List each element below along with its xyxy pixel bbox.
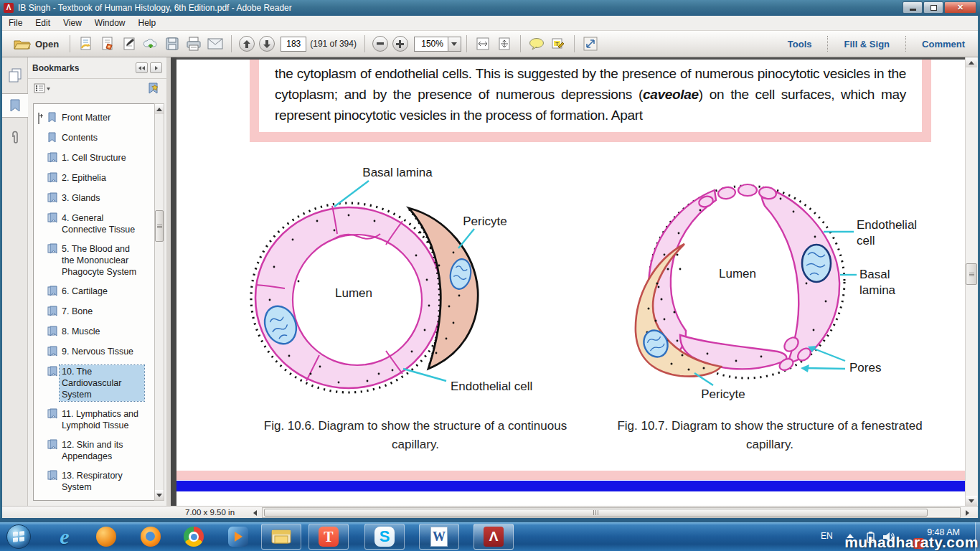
bookmark-item[interactable]: 7. Bone: [38, 305, 159, 319]
taskbar-item-gom-player[interactable]: [92, 524, 121, 550]
comment-button[interactable]: Comment: [915, 36, 972, 52]
bookmark-label[interactable]: Front Matter: [60, 111, 113, 124]
bookmark-label[interactable]: 3. Glands: [60, 192, 103, 204]
scrollbar-thumb[interactable]: [155, 210, 164, 242]
language-indicator[interactable]: EN: [821, 531, 833, 541]
start-button[interactable]: [4, 524, 33, 550]
menu-window[interactable]: Window: [88, 16, 132, 30]
menu-file[interactable]: File: [2, 16, 29, 30]
fill-sign-button[interactable]: Fill & Sign: [837, 36, 897, 52]
panel-splitter-bar[interactable]: [171, 57, 176, 506]
horizontal-scrollbar[interactable]: [262, 507, 961, 518]
scrollbar-thumb[interactable]: [264, 509, 928, 517]
bookmark-label[interactable]: 11. Lymphatics and Lymphoid Tissue: [60, 408, 144, 432]
bookmark-icon: [47, 112, 60, 125]
scroll-up-button[interactable]: [966, 57, 977, 67]
bookmark-label[interactable]: 10. The Cardiovascular System: [60, 365, 144, 401]
taskbar-item-internet-explorer[interactable]: e: [50, 524, 79, 550]
show-desktop-button[interactable]: [975, 522, 980, 551]
zoom-level-value[interactable]: 150%: [414, 37, 448, 52]
close-button[interactable]: ✕: [944, 1, 976, 14]
taskbar-item-firefox[interactable]: [136, 524, 165, 550]
bookmark-item[interactable]: Contents: [38, 131, 159, 145]
scroll-left-button[interactable]: [250, 508, 260, 517]
scroll-up-button[interactable]: [155, 104, 164, 114]
open-button-label: Open: [35, 39, 59, 50]
save-icon[interactable]: [164, 35, 181, 52]
vertical-scrollbar[interactable]: [965, 57, 978, 506]
highlight-text-icon[interactable]: T: [550, 35, 567, 52]
taskbar-item-tango[interactable]: T: [308, 524, 349, 550]
export-pdf-icon[interactable]: [77, 35, 95, 52]
bookmark-label[interactable]: 9. Nervous Tissue: [60, 345, 136, 358]
menu-view[interactable]: View: [57, 16, 88, 30]
bookmark-item[interactable]: 5. The Blood and the Mononuclear Phagocy…: [38, 242, 159, 278]
bookmark-item[interactable]: 4. General Connective Tissue: [38, 212, 159, 236]
bookmark-label[interactable]: 2. Epithelia: [60, 171, 108, 184]
restore-button[interactable]: [923, 1, 943, 14]
expander-icon[interactable]: [38, 113, 47, 123]
taskbar-item-file-explorer[interactable]: [261, 524, 301, 550]
page-divider-pink-bar: [176, 471, 965, 480]
taskbar-item-skype[interactable]: S: [364, 524, 405, 550]
bookmark-item[interactable]: 1. Cell Structure: [38, 151, 159, 165]
bookmark-label[interactable]: 12. Skin and its Appendages: [60, 438, 144, 463]
bookmark-label[interactable]: 1. Cell Structure: [60, 151, 128, 164]
bookmark-icon: [47, 172, 60, 185]
print-icon[interactable]: [185, 35, 202, 52]
bookmark-item[interactable]: 8. Muscle: [38, 325, 159, 339]
page-thumbnails-tab[interactable]: [2, 63, 28, 88]
bookmark-item[interactable]: 9. Nervous Tissue: [38, 345, 159, 359]
fit-width-icon[interactable]: [474, 35, 491, 52]
previous-page-button[interactable]: [239, 36, 255, 52]
fit-page-icon[interactable]: [496, 35, 513, 52]
bookmark-item[interactable]: Front Matter: [38, 111, 159, 125]
scroll-right-button[interactable]: [962, 508, 972, 517]
bookmark-item[interactable]: 13. Respiratory System: [38, 469, 159, 494]
bookmark-options-button[interactable]: [34, 83, 51, 96]
scroll-down-button[interactable]: [155, 490, 164, 500]
bookmark-label[interactable]: 7. Bone: [60, 305, 95, 318]
bookmark-item[interactable]: 12. Skin and its Appendages: [38, 438, 159, 463]
zoom-dropdown-button[interactable]: [448, 37, 461, 52]
fullscreen-icon[interactable]: [582, 35, 599, 52]
taskbar-item-adobe-reader[interactable]: Λ: [473, 524, 514, 550]
bookmarks-scrollbar[interactable]: [154, 103, 164, 501]
bookmark-label[interactable]: 8. Muscle: [60, 325, 103, 338]
bookmark-item[interactable]: 11. Lymphatics and Lymphoid Tissue: [38, 408, 159, 432]
bookmark-label[interactable]: Contents: [60, 131, 100, 144]
bookmark-label[interactable]: 6. Cartilage: [60, 285, 110, 298]
menu-edit[interactable]: Edit: [29, 16, 57, 30]
bookmark-item-selected[interactable]: 10. The Cardiovascular System: [38, 365, 159, 401]
minimize-button[interactable]: [903, 1, 923, 14]
comment-bubble-icon[interactable]: [528, 35, 545, 52]
menu-help[interactable]: Help: [132, 16, 163, 30]
convert-file-icon[interactable]: [99, 35, 116, 52]
bookmark-item[interactable]: 2. Epithelia: [38, 171, 159, 185]
page-number-input[interactable]: [281, 37, 306, 52]
scrollbar-thumb[interactable]: [966, 263, 977, 285]
bookmark-label[interactable]: 13. Respiratory System: [60, 469, 144, 494]
cloud-upload-icon[interactable]: [142, 35, 159, 52]
toolbar-separator: [520, 35, 521, 52]
taskbar-item-chrome[interactable]: [179, 524, 208, 550]
bookmarks-tab[interactable]: [2, 93, 28, 118]
expand-panel-button[interactable]: [150, 62, 162, 73]
attachments-tab[interactable]: [2, 126, 28, 151]
open-button[interactable]: Open: [8, 36, 65, 52]
bookmark-label[interactable]: 4. General Connective Tissue: [60, 212, 144, 236]
next-page-button[interactable]: [259, 36, 275, 52]
collapse-panel-button[interactable]: [136, 62, 148, 73]
bookmark-item[interactable]: 6. Cartilage: [38, 285, 159, 298]
tools-button[interactable]: Tools: [781, 36, 819, 52]
zoom-in-button[interactable]: [392, 36, 408, 52]
zoom-out-button[interactable]: [372, 36, 388, 52]
new-bookmark-button[interactable]: [146, 83, 161, 98]
email-icon[interactable]: [207, 35, 224, 52]
bookmark-item[interactable]: 3. Glands: [38, 192, 159, 205]
sign-document-icon[interactable]: [121, 35, 138, 52]
taskbar-item-word[interactable]: W: [419, 524, 459, 550]
bookmark-label[interactable]: 5. The Blood and the Mononuclear Phagocy…: [60, 242, 144, 278]
scroll-down-button[interactable]: [966, 496, 977, 506]
taskbar-item-media-player[interactable]: [224, 524, 253, 550]
